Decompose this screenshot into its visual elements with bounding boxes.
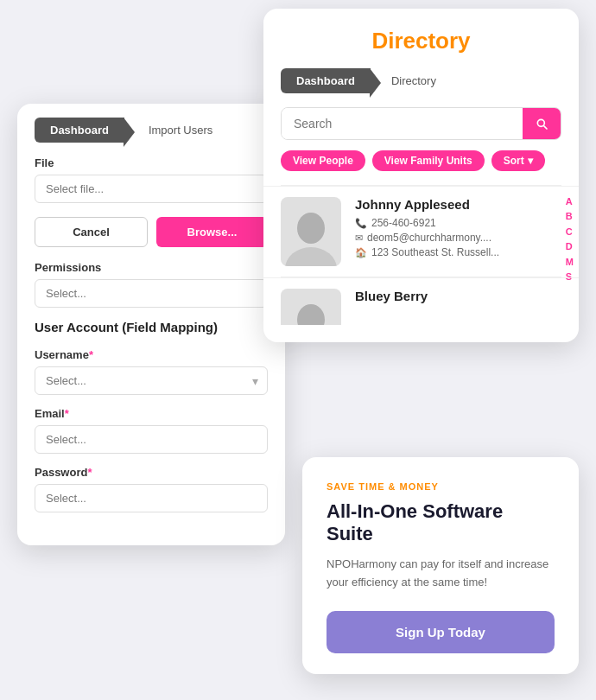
search-row <box>281 107 561 140</box>
cta-tag: SAVE TIME & MONEY <box>327 481 555 492</box>
password-input[interactable] <box>35 484 268 512</box>
alpha-C[interactable]: C <box>566 226 574 239</box>
person-phone-1: 📞 256-460-6921 <box>355 217 561 229</box>
field-mapping-title: User Account (Field Mapping) <box>35 320 268 334</box>
alpha-D[interactable]: D <box>566 240 574 253</box>
permissions-input[interactable] <box>35 279 268 308</box>
avatar-2 <box>281 289 341 325</box>
file-input[interactable] <box>35 175 268 203</box>
alpha-nav: A B C D M S <box>566 195 574 283</box>
search-input[interactable] <box>282 108 523 139</box>
person-silhouette-1 <box>281 204 341 266</box>
view-family-button[interactable]: View Family Units <box>372 150 485 171</box>
dir-tab-dashboard[interactable]: Dashboard <box>281 68 371 93</box>
import-tabs: Dashboard Import Users <box>17 104 285 156</box>
person-info-2: Bluey Berry <box>355 289 561 309</box>
directory-title: Directory <box>263 9 579 68</box>
person-silhouette-2 <box>281 296 341 325</box>
person-card-1: Johnny Appleseed 📞 256-460-6921 ✉ deom5@… <box>263 186 579 277</box>
permissions-section: Permissions <box>17 261 285 308</box>
cta-title: All-In-One Software Suite <box>327 500 555 546</box>
filter-row: View People View Family Units Sort ▾ <box>263 150 579 185</box>
dir-tab-directory[interactable]: Directory <box>371 68 452 93</box>
file-section: File <box>17 156 285 203</box>
search-button[interactable] <box>523 108 561 139</box>
sort-chevron-icon: ▾ <box>528 155 533 167</box>
alpha-B[interactable]: B <box>566 210 574 223</box>
alpha-A[interactable]: A <box>566 195 574 208</box>
person-email-1: ✉ deom5@churchharmony.... <box>355 232 561 244</box>
cta-description: NPOHarmony can pay for itself and increa… <box>327 556 555 592</box>
person-info-1: Johnny Appleseed 📞 256-460-6921 ✉ deom5@… <box>355 197 561 261</box>
person-address-1: 🏠 123 Southeast St. Russell... <box>355 246 561 258</box>
tab-dashboard[interactable]: Dashboard <box>35 118 124 143</box>
directory-tabs: Dashboard Directory <box>263 68 579 107</box>
username-label: Username* <box>35 348 268 361</box>
import-users-card: Dashboard Import Users File Cancel Brows… <box>17 104 285 545</box>
email-input[interactable] <box>35 425 268 454</box>
avatar-1 <box>281 197 341 266</box>
search-icon <box>535 117 548 130</box>
password-required: * <box>87 466 92 479</box>
permissions-label: Permissions <box>35 261 268 274</box>
file-label: File <box>35 156 268 169</box>
file-btn-row: Cancel Browse... <box>35 217 268 247</box>
cancel-button[interactable]: Cancel <box>35 217 148 247</box>
view-people-button[interactable]: View People <box>281 150 365 171</box>
signup-button[interactable]: Sign Up Today <box>327 611 555 653</box>
password-group: Password* <box>17 466 285 512</box>
directory-card: Directory Dashboard Directory View Peopl… <box>263 9 579 342</box>
username-required: * <box>89 348 93 361</box>
username-group: Username* ▾ <box>17 348 285 395</box>
alpha-M[interactable]: M <box>566 256 574 269</box>
email-label: Email* <box>35 407 268 420</box>
email-icon-1: ✉ <box>355 232 363 244</box>
username-chevron-icon: ▾ <box>244 374 267 388</box>
person-card-2: Bluey Berry <box>263 277 579 325</box>
phone-icon-1: 📞 <box>355 218 367 229</box>
browse-button[interactable]: Browse... <box>156 217 268 247</box>
password-label: Password* <box>35 466 268 479</box>
username-input[interactable] <box>35 367 244 394</box>
sort-button[interactable]: Sort ▾ <box>491 150 545 171</box>
svg-point-0 <box>297 213 325 244</box>
svg-point-2 <box>297 304 325 325</box>
svg-point-1 <box>285 247 337 266</box>
email-group: Email* <box>17 407 285 454</box>
person-name-2: Bluey Berry <box>355 289 561 303</box>
person-name-1: Johnny Appleseed <box>355 197 561 212</box>
cta-card: SAVE TIME & MONEY All-In-One Software Su… <box>302 457 579 674</box>
email-required: * <box>65 407 69 420</box>
tab-import-users[interactable]: Import Users <box>124 118 228 143</box>
home-icon-1: 🏠 <box>355 247 367 258</box>
